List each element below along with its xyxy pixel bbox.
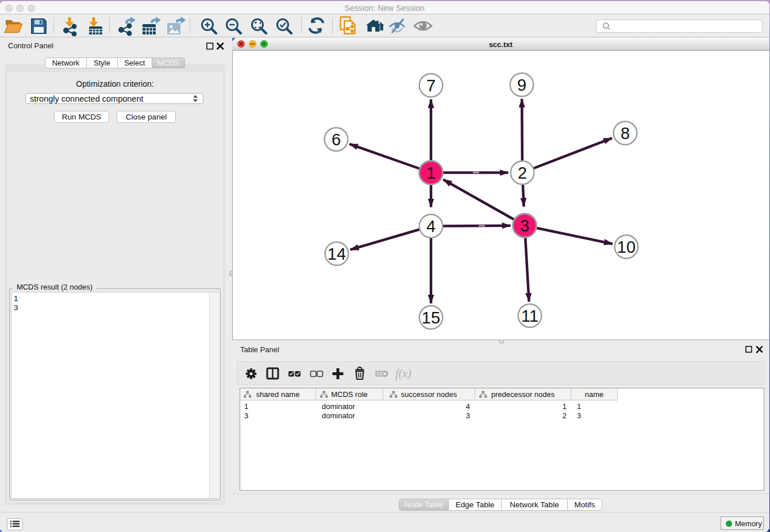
svg-text:9: 9 (517, 75, 526, 94)
svg-text:4: 4 (426, 217, 436, 235)
svg-text:11: 11 (521, 306, 538, 325)
svg-text:3: 3 (520, 216, 529, 234)
svg-text:14: 14 (328, 244, 346, 263)
svg-text:10: 10 (617, 237, 636, 256)
svg-text:2: 2 (518, 163, 527, 182)
svg-text:15: 15 (422, 308, 440, 326)
svg-text:1: 1 (426, 163, 436, 182)
svg-text:7: 7 (426, 76, 436, 94)
svg-text:8: 8 (621, 124, 630, 142)
svg-text:6: 6 (332, 130, 341, 148)
svg-text:f(x): f(x) (395, 367, 411, 380)
